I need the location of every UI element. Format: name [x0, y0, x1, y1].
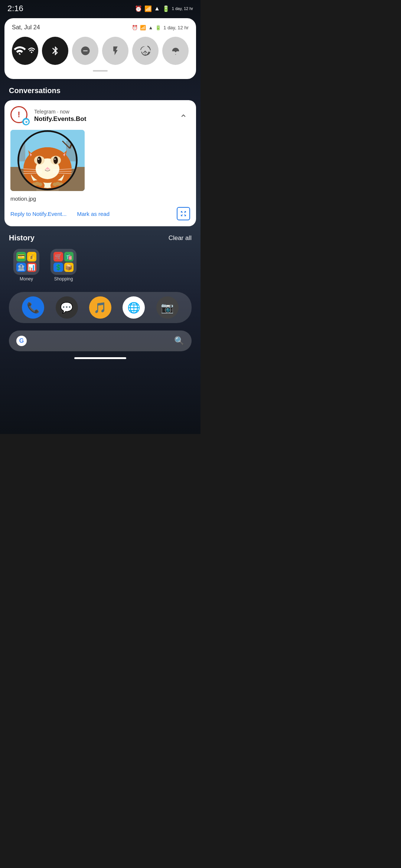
battery-icon: 🔋 — [162, 5, 170, 12]
dnd-toggle[interactable] — [72, 37, 98, 65]
notif-bot-name: Notify.Events.Bot — [34, 115, 172, 123]
shopping-icon-4: 📦 — [64, 263, 74, 272]
expand-icon[interactable] — [177, 207, 190, 220]
telegram-badge — [22, 118, 30, 125]
qs-status-right: ⏰ 📶 ▲ 🔋 1 day, 12 hr — [132, 25, 189, 30]
qs-battery-icon: 🔋 — [155, 25, 161, 30]
money-folder-label: Money — [20, 276, 33, 282]
autorotate-toggle[interactable] — [132, 37, 159, 65]
collapse-button[interactable] — [177, 109, 190, 122]
qs-alarm-icon: ⏰ — [132, 25, 138, 30]
wifi-svg — [26, 44, 38, 56]
history-section: History Clear all — [0, 228, 200, 246]
alarm-icon: ⏰ — [135, 5, 142, 12]
battery-label: 1 day, 12 hr — [172, 6, 193, 11]
telegram-icon — [24, 119, 29, 124]
notif-header: ! Telegram · now Notify.Events.Bot — [10, 106, 190, 125]
shopping-icon-2: 🛍️ — [64, 252, 74, 262]
wifi-icon — [13, 45, 26, 57]
notif-actions: Reply to Notify.Event... Mark as read — [10, 207, 190, 220]
status-time: 2:16 — [7, 4, 23, 13]
hotspot-toggle[interactable] — [162, 37, 189, 65]
messages-icon: 💬 — [60, 302, 73, 314]
money-folder[interactable]: 💳 💰 🏦 📊 — [13, 249, 39, 275]
wifi-status-icon: 📶 — [144, 5, 152, 12]
svg-point-26 — [54, 158, 56, 160]
history-label: History — [9, 234, 35, 242]
wifi-toggle[interactable] — [12, 37, 38, 65]
money-folder-wrapper: 💳 💰 🏦 📊 Money — [13, 249, 39, 282]
shopping-folder[interactable]: 🛒 🛍️ 💲 📦 — [50, 249, 76, 275]
money-icon-3: 🏦 — [16, 263, 26, 272]
google-icon: G — [16, 336, 27, 346]
flashlight-toggle[interactable] — [102, 37, 128, 65]
expand-svg — [180, 210, 187, 217]
wifi-symbol — [26, 44, 38, 58]
notif-filename: motion.jpg — [10, 195, 190, 202]
google-search-bar[interactable]: G 🔍 — [9, 331, 192, 351]
rotate-icon — [140, 46, 151, 56]
clear-all-button[interactable]: Clear all — [169, 234, 192, 242]
app-folders-row: 💳 💰 🏦 📊 Money 🛒 🛍️ 💲 📦 Shopping — [0, 246, 200, 285]
shopping-icon-3: 💲 — [53, 263, 63, 272]
google-lens-icon[interactable]: 🔍 — [174, 336, 184, 346]
bluetooth-toggle[interactable] — [42, 37, 68, 65]
notif-image — [10, 130, 190, 191]
quick-settings-panel: Sat, Jul 24 ⏰ 📶 ▲ 🔋 1 day, 12 hr — [4, 18, 196, 79]
cat-image-container — [10, 130, 85, 191]
status-bar: 2:16 ⏰ 📶 ▲ 🔋 1 day, 12 hr — [0, 0, 200, 15]
chevron-up-icon — [179, 112, 188, 120]
notif-app-icon: ! — [10, 106, 30, 125]
bluetooth-icon — [50, 46, 61, 56]
mark-as-read-button[interactable]: Mark as read — [77, 209, 110, 218]
dnd-icon — [80, 46, 91, 56]
notif-app-line: Telegram · now — [34, 109, 172, 115]
notif-app-name: Telegram — [34, 109, 56, 115]
money-icon-1: 💳 — [16, 252, 26, 262]
conversations-header: Conversations — [0, 82, 200, 99]
dock-messages-icon[interactable]: 💬 — [56, 296, 78, 319]
qs-date: Sat, Jul 24 — [12, 24, 40, 31]
dock-music-icon[interactable]: 🎵 — [89, 296, 111, 319]
qs-drag-handle[interactable] — [93, 70, 108, 72]
qs-header: Sat, Jul 24 ⏰ 📶 ▲ 🔋 1 day, 12 hr — [12, 24, 189, 31]
status-icons: ⏰ 📶 ▲ 🔋 1 day, 12 hr — [135, 5, 193, 12]
notif-title-row: Telegram · now Notify.Events.Bot — [34, 109, 172, 123]
qs-signal-icon: ▲ — [148, 25, 153, 30]
qs-toggles — [12, 37, 189, 65]
exclamation-icon: ! — [17, 110, 20, 119]
app-dock: 📞 💬 🎵 🌐 📷 — [9, 292, 192, 323]
qs-wifi-icon: 📶 — [140, 25, 146, 30]
signal-icon: ▲ — [154, 5, 160, 12]
dock-phone-icon[interactable]: 📞 — [22, 296, 44, 319]
svg-point-0 — [31, 52, 32, 53]
notif-timestamp: now — [60, 109, 69, 115]
dock-camera-icon[interactable]: 📷 — [156, 296, 179, 319]
conversations-label: Conversations — [9, 86, 61, 95]
svg-point-23 — [37, 157, 42, 164]
hotspot-icon — [170, 46, 181, 56]
shopping-icon-1: 🛒 — [53, 252, 63, 262]
shopping-folder-label: Shopping — [54, 276, 73, 282]
home-indicator[interactable] — [74, 357, 126, 359]
dock-chrome-icon[interactable]: 🌐 — [123, 296, 145, 319]
reply-button[interactable]: Reply to Notify.Event... — [10, 209, 66, 218]
money-icon-4: 📊 — [27, 263, 37, 272]
cat-photo-svg — [10, 130, 85, 191]
svg-point-24 — [53, 157, 58, 164]
money-icon-2: 💰 — [27, 252, 37, 262]
flashlight-icon — [110, 46, 121, 56]
shopping-folder-wrapper: 🛒 🛍️ 💲 📦 Shopping — [50, 249, 76, 282]
svg-point-25 — [38, 158, 39, 160]
svg-point-38 — [38, 183, 42, 186]
qs-battery-label: 1 day, 12 hr — [163, 25, 189, 30]
notification-card: ! Telegram · now Notify.Events.Bot — [4, 100, 196, 226]
